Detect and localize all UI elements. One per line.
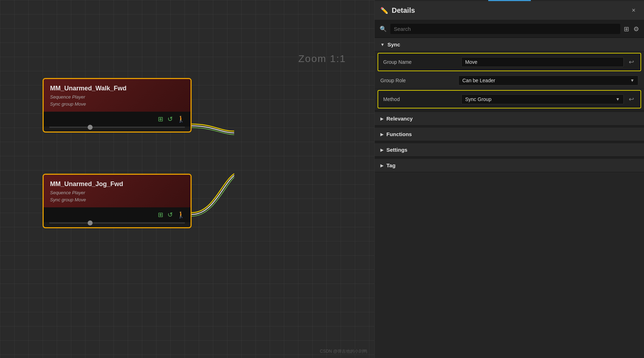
section-settings-header[interactable]: ▶ Settings (375, 143, 644, 157)
property-row-group-role: Group Role Can be Leader ▼ (375, 73, 644, 89)
section-tag-header[interactable]: ▶ Tag (375, 159, 644, 172)
method-reset-button[interactable]: ↩ (627, 95, 635, 103)
node-walk-title: MM_Unarmed_Walk_Fwd (50, 85, 184, 92)
node-walk-slider-thumb[interactable] (88, 125, 93, 130)
settings-button[interactable]: ⚙ (633, 25, 639, 33)
group-name-label: Group Name (383, 59, 461, 65)
tag-section-title: Tag (386, 162, 396, 168)
section-relevancy-header[interactable]: ▶ Relevancy (375, 112, 644, 125)
grid-icon: ⊞ (158, 115, 163, 123)
property-row-group-name: Group Name ↩ (378, 53, 641, 71)
toolbar-icons: ⊞ ⚙ (624, 25, 639, 33)
main-container: Zoom 1:1 MM_Unarmed_Walk_Fwd Sequence Pl… (0, 0, 644, 358)
settings-arrow-icon: ▶ (380, 147, 384, 152)
panel-toolbar: 🔍 ⊞ ⚙ (375, 20, 644, 38)
person-icon: 🚶 (177, 115, 185, 123)
method-chevron-icon: ▼ (616, 97, 620, 102)
panel-title: Details (392, 6, 415, 15)
functions-section-title: Functions (386, 131, 412, 137)
node-walk-header: MM_Unarmed_Walk_Fwd Sequence Player Sync… (44, 79, 191, 112)
settings-section-title: Settings (386, 147, 407, 153)
tag-arrow-icon: ▶ (380, 163, 384, 168)
node-walk-subtitle: Sequence Player Sync group Move (50, 94, 184, 107)
sync-icon: ↺ (167, 115, 173, 123)
group-role-select[interactable]: Can be Leader ▼ (458, 75, 638, 85)
group-role-value: Can be Leader (462, 78, 495, 83)
canvas-area[interactable]: Zoom 1:1 MM_Unarmed_Walk_Fwd Sequence Pl… (0, 0, 374, 358)
pencil-icon: ✏️ (380, 7, 388, 15)
group-role-select-wrapper[interactable]: Can be Leader ▼ (458, 75, 638, 85)
person-icon-jog: 🚶 (177, 211, 185, 219)
sync-section-title: Sync (387, 41, 400, 47)
details-panel: ✏️ Details × 🔍 ⊞ ⚙ ▼ Sync Group Name (374, 0, 644, 358)
node-walk-footer: ⊞ ↺ 🚶 (44, 112, 191, 127)
node-jog-slider-track (49, 222, 185, 224)
relevancy-section-title: Relevancy (386, 116, 413, 122)
panel-title-row: ✏️ Details (380, 6, 415, 15)
node-walk[interactable]: MM_Unarmed_Walk_Fwd Sequence Player Sync… (43, 78, 192, 133)
panel-close-button[interactable]: × (629, 5, 638, 16)
search-icon: 🔍 (380, 26, 387, 32)
node-jog-header: MM_Unarmed_Jog_Fwd Sequence Player Sync … (44, 175, 191, 207)
method-value: Sync Group (465, 96, 491, 102)
group-name-input[interactable] (461, 57, 624, 67)
panel-content: ▼ Sync Group Name ↩ Group Role Can be Le… (375, 38, 644, 358)
node-jog-slider-thumb[interactable] (88, 220, 93, 225)
search-input[interactable] (390, 24, 620, 34)
grid-view-button[interactable]: ⊞ (624, 25, 629, 33)
property-row-method: Method Sync Group ▼ ↩ (378, 90, 641, 108)
section-functions-header[interactable]: ▶ Functions (375, 128, 644, 141)
node-jog-footer: ⊞ ↺ 🚶 (44, 207, 191, 222)
group-name-reset-button[interactable]: ↩ (627, 58, 635, 66)
sync-arrow-icon: ▼ (380, 42, 385, 47)
group-role-chevron-icon: ▼ (630, 78, 634, 83)
panel-header: ✏️ Details × (375, 1, 644, 20)
method-select[interactable]: Sync Group ▼ (461, 94, 624, 104)
watermark: CSDN @弹吉他的小刘鸭 (320, 348, 367, 354)
relevancy-arrow-icon: ▶ (380, 116, 384, 121)
zoom-label: Zoom 1:1 (298, 53, 346, 65)
functions-arrow-icon: ▶ (380, 132, 384, 137)
node-jog-title: MM_Unarmed_Jog_Fwd (50, 180, 184, 188)
node-jog[interactable]: MM_Unarmed_Jog_Fwd Sequence Player Sync … (43, 174, 192, 228)
node-walk-slider-track (49, 127, 185, 128)
method-select-wrapper[interactable]: Sync Group ▼ (461, 94, 624, 104)
sync-icon-jog: ↺ (167, 211, 173, 219)
node-jog-subtitle: Sequence Player Sync group Move (50, 189, 184, 203)
section-sync-header[interactable]: ▼ Sync (375, 38, 644, 51)
group-role-label: Group Role (380, 78, 458, 83)
method-label: Method (383, 96, 461, 102)
grid-icon-jog: ⊞ (158, 211, 163, 219)
